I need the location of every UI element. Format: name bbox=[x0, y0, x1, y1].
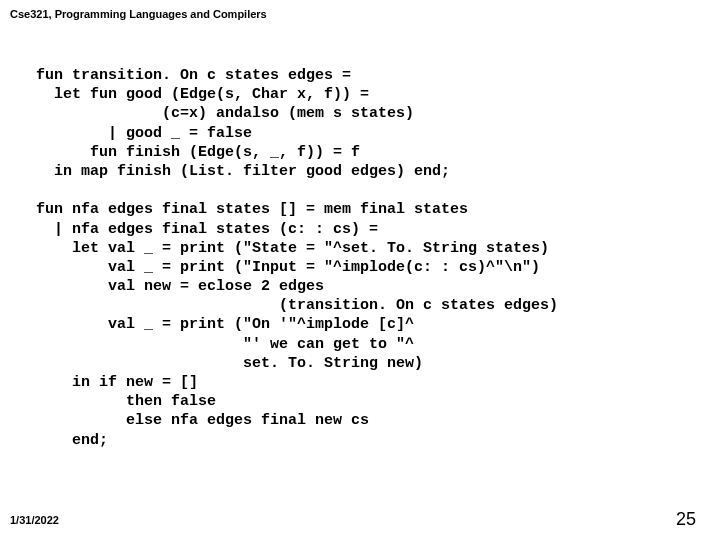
code-listing: fun transition. On c states edges = let … bbox=[36, 66, 558, 450]
slide-header: Cse321, Programming Languages and Compil… bbox=[10, 8, 267, 20]
page-number: 25 bbox=[676, 509, 696, 530]
footer-date: 1/31/2022 bbox=[10, 514, 59, 526]
